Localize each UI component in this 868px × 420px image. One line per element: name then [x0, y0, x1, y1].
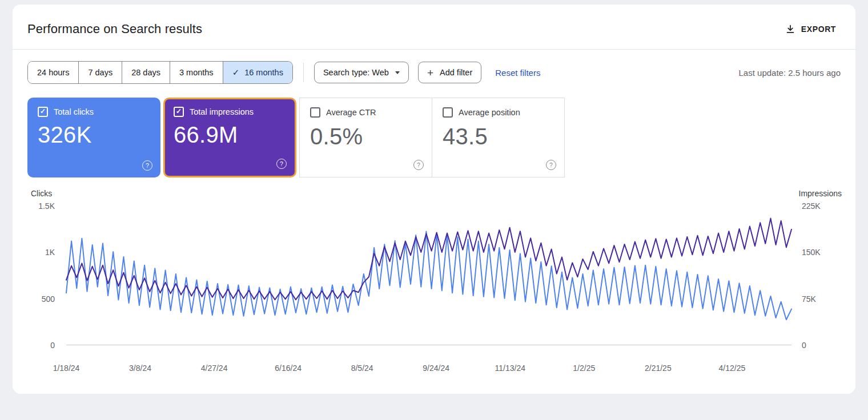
help-icon[interactable]: ?: [142, 160, 152, 171]
download-icon: [785, 24, 795, 34]
y-tick-label: 75K: [802, 294, 816, 304]
tab-label: 7 days: [88, 68, 112, 77]
tab-7-days[interactable]: 7 days: [78, 62, 122, 83]
x-tick-label: 9/24/24: [423, 364, 449, 373]
metric-card-header: Total clicks: [38, 107, 150, 117]
checkbox-total-clicks[interactable]: [38, 107, 48, 117]
x-tick-label: 11/13/24: [495, 364, 525, 373]
y-tick-label: 1K: [45, 248, 55, 257]
check-icon: ✓: [232, 67, 240, 78]
x-tick-label: 3/8/24: [129, 364, 151, 373]
metric-value: 0.5%: [310, 124, 421, 150]
metric-cards: Total clicks 326K ? Total impressions 66…: [27, 98, 841, 177]
reset-filters-link[interactable]: Reset filters: [495, 68, 540, 78]
x-tick-label: 4/27/24: [201, 364, 228, 373]
date-range-tabs: 24 hours 7 days 28 days 3 months ✓ 16 mo…: [27, 61, 293, 84]
vertical-divider: [303, 63, 304, 82]
tab-24-hours[interactable]: 24 hours: [28, 62, 78, 83]
metric-value: 66.9M: [174, 122, 286, 148]
y-tick-label: 500: [42, 294, 55, 304]
help-icon[interactable]: ?: [413, 160, 424, 170]
y-tick-label: 0: [802, 341, 806, 350]
metric-label: Total clicks: [54, 107, 94, 116]
plus-icon: +: [427, 67, 433, 78]
tab-16-months[interactable]: ✓ 16 months: [223, 62, 292, 83]
last-update-text: Last update: 2.5 hours ago: [739, 68, 841, 78]
y-tick-label: 1.5K: [38, 201, 55, 211]
search-type-label: Search type: Web: [323, 68, 389, 77]
header-divider: [13, 49, 855, 50]
add-filter-button[interactable]: + Add filter: [418, 62, 481, 83]
metric-card-header: Average CTR: [310, 107, 421, 118]
x-tick-label: 8/5/24: [351, 364, 373, 373]
metric-card-header: Average position: [443, 107, 554, 118]
series-clicks: [66, 232, 791, 320]
caret-down-icon: [395, 71, 400, 74]
checkbox-total-impressions[interactable]: [174, 107, 184, 117]
metric-value: 43.5: [443, 124, 554, 150]
filter-bar: 24 hours 7 days 28 days 3 months ✓ 16 mo…: [27, 61, 841, 84]
x-tick-label: 4/12/25: [719, 364, 746, 373]
right-axis-ticks: 225K 150K 75K 0: [794, 206, 842, 345]
tab-label: 24 hours: [37, 68, 69, 77]
y-tick-label: 150K: [802, 248, 821, 257]
main-panel: Performance on Search results EXPORT 24 …: [13, 5, 855, 394]
metric-card-header: Total impressions: [174, 107, 286, 117]
left-axis-ticks: 1.5K 1K 500 0: [26, 206, 62, 345]
metric-label: Average CTR: [326, 108, 376, 117]
metric-card-total-impressions[interactable]: Total impressions 66.9M ?: [163, 98, 296, 177]
export-button[interactable]: EXPORT: [782, 23, 839, 35]
checkbox-average-position[interactable]: [443, 107, 453, 118]
help-icon[interactable]: ?: [276, 159, 287, 169]
x-tick-label: 6/16/24: [275, 364, 302, 373]
export-label: EXPORT: [801, 25, 836, 34]
search-type-dropdown[interactable]: Search type: Web: [314, 62, 409, 83]
metric-label: Total impressions: [190, 107, 254, 116]
metric-card-average-position[interactable]: Average position 43.5 ?: [432, 98, 565, 177]
metric-card-average-ctr[interactable]: Average CTR 0.5% ?: [299, 98, 432, 177]
metric-label: Average position: [459, 108, 520, 117]
left-axis-title: Clicks: [31, 189, 52, 198]
right-axis-title: Impressions: [799, 189, 842, 198]
x-tick-label: 2/21/25: [645, 364, 672, 373]
tab-label: 3 months: [179, 68, 214, 77]
y-tick-label: 0: [50, 341, 55, 350]
help-icon[interactable]: ?: [546, 160, 556, 170]
add-filter-label: Add filter: [440, 68, 472, 77]
checkbox-average-ctr[interactable]: [310, 107, 320, 118]
tab-3-months[interactable]: 3 months: [170, 62, 223, 83]
metric-card-total-clicks[interactable]: Total clicks 326K ?: [27, 98, 160, 177]
x-tick-label: 1/18/24: [53, 364, 80, 373]
metric-value: 326K: [38, 122, 150, 148]
x-tick-label: 1/2/25: [573, 364, 595, 373]
page-title: Performance on Search results: [27, 22, 202, 37]
tab-label: 16 months: [244, 68, 283, 77]
header: Performance on Search results EXPORT: [13, 5, 855, 49]
chart-plot[interactable]: [66, 206, 791, 345]
performance-chart: Clicks Impressions 1.5K 1K 500 0 225K 15…: [26, 189, 842, 377]
tab-28-days[interactable]: 28 days: [122, 62, 170, 83]
chart-xlabels: 1/18/243/8/244/27/246/16/248/5/249/24/24…: [66, 364, 791, 375]
tab-label: 28 days: [131, 68, 160, 77]
y-tick-label: 225K: [802, 201, 821, 211]
